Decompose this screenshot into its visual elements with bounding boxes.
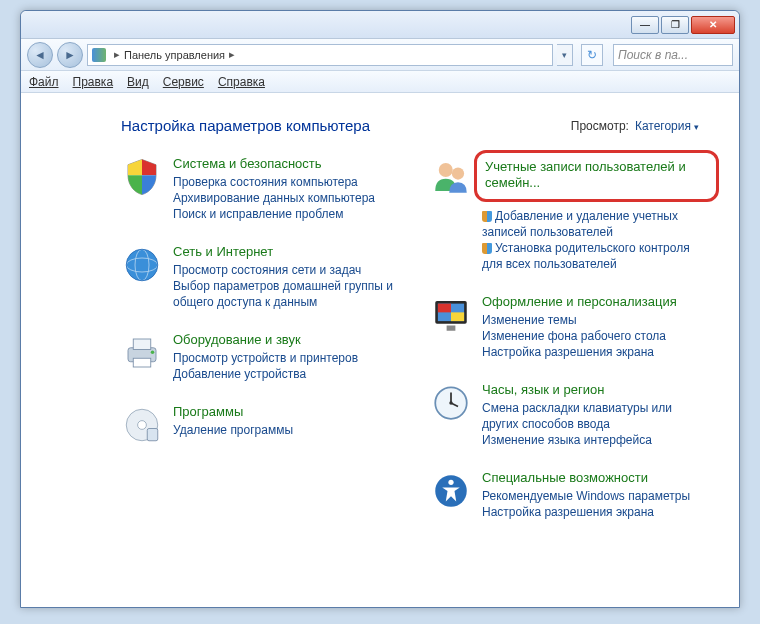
content-area: Настройка параметров компьютера Просмотр… <box>21 93 739 607</box>
sublink[interactable]: Выбор параметров домашней группы и общег… <box>173 278 400 310</box>
svg-point-11 <box>439 163 453 177</box>
svg-point-7 <box>151 350 155 354</box>
shield-icon <box>121 156 163 198</box>
category-network-internet: Сеть и Интернет Просмотр состояния сети … <box>121 244 400 310</box>
category-title[interactable]: Сеть и Интернет <box>173 244 400 260</box>
menu-bar: Файл Правка Вид Сервис Справка <box>21 71 739 93</box>
maximize-button[interactable]: ❐ <box>661 16 689 34</box>
category-system-security: Система и безопасность Проверка состояни… <box>121 156 400 222</box>
sublink[interactable]: Изменение языка интерфейса <box>482 432 709 448</box>
view-category-dropdown[interactable]: Категория <box>635 119 699 133</box>
svg-point-21 <box>449 401 453 405</box>
sublink[interactable]: Установка родительского контроля для все… <box>482 240 709 272</box>
sublink[interactable]: Изменение темы <box>482 312 709 328</box>
menu-help[interactable]: Справка <box>218 75 265 89</box>
sublink[interactable]: Рекомендуемые Windows параметры <box>482 488 709 504</box>
category-title[interactable]: Оборудование и звук <box>173 332 400 348</box>
svg-rect-5 <box>133 339 151 350</box>
minimize-button[interactable]: — <box>631 16 659 34</box>
category-title[interactable]: Специальные возможности <box>482 470 709 486</box>
disc-icon <box>121 404 163 446</box>
sublink[interactable]: Изменение фона рабочего стола <box>482 328 709 344</box>
sublink[interactable]: Настройка разрешения экрана <box>482 504 709 520</box>
svg-rect-16 <box>451 312 464 321</box>
svg-rect-10 <box>147 429 158 441</box>
clock-icon <box>430 382 472 424</box>
forward-button[interactable]: ► <box>57 42 83 68</box>
sublink[interactable]: Поиск и исправление проблем <box>173 206 400 222</box>
svg-rect-6 <box>133 358 151 367</box>
sublink[interactable]: Просмотр состояния сети и задач <box>173 262 400 278</box>
breadcrumb-item[interactable]: Панель управления <box>124 49 225 61</box>
titlebar: — ❐ ✕ <box>21 11 739 39</box>
back-button[interactable]: ◄ <box>27 42 53 68</box>
sublink[interactable]: Просмотр устройств и принтеров <box>173 350 400 366</box>
control-panel-icon <box>92 48 106 62</box>
category-clock-language-region: Часы, язык и регион Смена раскладки клав… <box>430 382 709 448</box>
printer-icon <box>121 332 163 374</box>
refresh-button[interactable]: ↻ <box>581 44 603 66</box>
category-hardware-sound: Оборудование и звук Просмотр устройств и… <box>121 332 400 382</box>
navigation-bar: ◄ ► ▸ Панель управления ▸ ▾ ↻ Поиск в па… <box>21 39 739 71</box>
menu-view[interactable]: Вид <box>127 75 149 89</box>
sublink[interactable]: Смена раскладки клавиатуры или других сп… <box>482 400 709 432</box>
sublink[interactable]: Добавление и удаление учетных записей по… <box>482 208 709 240</box>
highlighted-category: Учетные записи пользователей и семейн... <box>474 150 719 202</box>
category-title[interactable]: Система и безопасность <box>173 156 400 172</box>
accessibility-icon <box>430 470 472 512</box>
sublink[interactable]: Добавление устройства <box>173 366 400 382</box>
category-title[interactable]: Учетные записи пользователей и семейн... <box>485 159 706 191</box>
category-title[interactable]: Часы, язык и регион <box>482 382 709 398</box>
address-dropdown[interactable]: ▾ <box>557 44 573 66</box>
users-icon <box>430 156 472 198</box>
view-selector: Просмотр: Категория <box>571 119 699 133</box>
svg-point-23 <box>448 480 453 485</box>
category-ease-of-access: Специальные возможности Рекомендуемые Wi… <box>430 470 709 520</box>
svg-rect-17 <box>447 326 456 331</box>
sublink[interactable]: Настройка разрешения экрана <box>482 344 709 360</box>
svg-rect-15 <box>438 304 451 313</box>
monitor-icon <box>430 294 472 336</box>
page-title: Настройка параметров компьютера <box>121 117 370 134</box>
close-button[interactable]: ✕ <box>691 16 735 34</box>
svg-point-12 <box>452 167 464 179</box>
menu-tools[interactable]: Сервис <box>163 75 204 89</box>
left-column: Система и безопасность Проверка состояни… <box>121 156 400 542</box>
sublink[interactable]: Проверка состояния компьютера <box>173 174 400 190</box>
sublink[interactable]: Удаление программы <box>173 422 400 438</box>
sublink[interactable]: Архивирование данных компьютера <box>173 190 400 206</box>
category-user-accounts: Учетные записи пользователей и семейн...… <box>430 156 709 272</box>
globe-icon <box>121 244 163 286</box>
menu-file[interactable]: Файл <box>29 75 59 89</box>
category-appearance: Оформление и персонализация Изменение те… <box>430 294 709 360</box>
category-programs: Программы Удаление программы <box>121 404 400 446</box>
category-title[interactable]: Программы <box>173 404 400 420</box>
svg-point-9 <box>138 421 147 430</box>
control-panel-window: — ❐ ✕ ◄ ► ▸ Панель управления ▸ ▾ ↻ Поис… <box>20 10 740 608</box>
category-title[interactable]: Оформление и персонализация <box>482 294 709 310</box>
menu-edit[interactable]: Правка <box>73 75 114 89</box>
address-bar[interactable]: ▸ Панель управления ▸ <box>87 44 553 66</box>
right-column: Учетные записи пользователей и семейн...… <box>430 156 709 542</box>
search-input[interactable]: Поиск в па... <box>613 44 733 66</box>
